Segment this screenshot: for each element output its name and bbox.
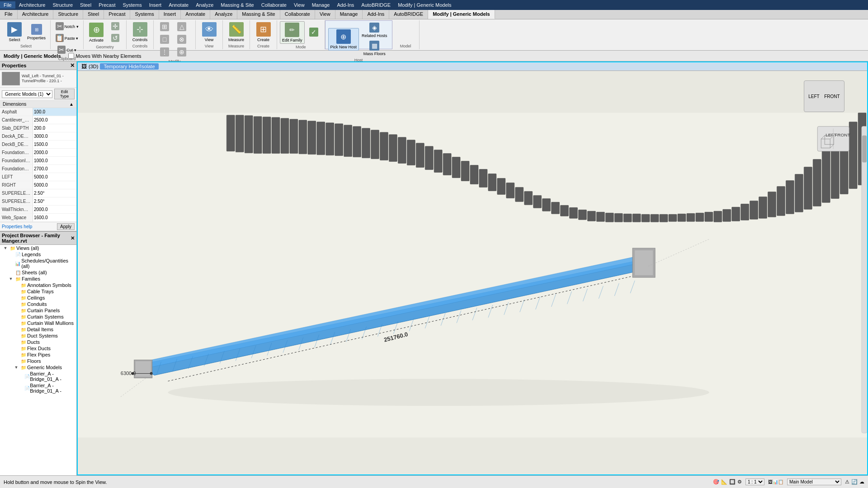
- pick-new-host-btn[interactable]: ⊕ Pick New Host: [328, 28, 359, 51]
- paste-button[interactable]: 📋 Paste ▾: [53, 33, 80, 44]
- prop-value-9[interactable]: [33, 181, 77, 189]
- finish-edit-btn[interactable]: ✓: [306, 27, 322, 38]
- instance-select[interactable]: Generic Models (1): [2, 90, 52, 98]
- modify-btn4[interactable]: ⊗: [174, 34, 190, 46]
- tree-item-19[interactable]: 📄Barrier_A - Bridge_01_A -: [0, 371, 76, 382]
- menu-view[interactable]: View: [290, 1, 308, 9]
- menu-steel[interactable]: Steel: [76, 1, 95, 9]
- tree-item-16[interactable]: 📁Flex Pipes: [0, 352, 76, 358]
- tab-file[interactable]: File: [0, 10, 18, 19]
- tree-item-10[interactable]: 📁Curtain Systems: [0, 314, 76, 320]
- prop-value-4[interactable]: [33, 141, 77, 148]
- tree-item-13[interactable]: 📁Duct Systems: [0, 333, 76, 339]
- menu-precast[interactable]: Precast: [95, 1, 119, 9]
- tree-item-20[interactable]: 📄Barrier_A - Bridge_01_A -: [0, 382, 76, 394]
- tab-massing[interactable]: Massing & Site: [237, 10, 280, 19]
- viewcube-overlay[interactable]: LEFT FRONT: [804, 80, 844, 112]
- geometry-btn2[interactable]: ↺: [107, 33, 123, 44]
- measure-btn[interactable]: 📏Measure: [226, 21, 246, 43]
- menu-annotate[interactable]: Annotate: [165, 1, 192, 9]
- tree-item-12[interactable]: 📁Detail Items: [0, 326, 76, 333]
- tab-architecture[interactable]: Architecture: [18, 10, 54, 19]
- prop-value-1[interactable]: [33, 116, 77, 124]
- viewport[interactable]: 🖼 (3D) Temporary Hide/Isolate: [77, 61, 868, 475]
- tab-insert[interactable]: Insert: [159, 10, 181, 19]
- prop-value-11[interactable]: [33, 197, 77, 205]
- tree-item-3[interactable]: 📋Sheets (all): [0, 269, 76, 276]
- menu-collaborate[interactable]: Collaborate: [258, 1, 290, 9]
- warning-icon[interactable]: ⚠: [845, 479, 849, 485]
- tree-item-17[interactable]: 📁Floors: [0, 358, 76, 364]
- notch-button[interactable]: ✂ Notch ▾: [53, 21, 80, 32]
- tab-modify-generic[interactable]: Modify | Generic Models: [428, 10, 495, 19]
- tab-steel[interactable]: Steel: [83, 10, 104, 19]
- select-button[interactable]: ▶ Select: [5, 21, 24, 43]
- tree-item-0[interactable]: ▼📁Views (all): [0, 245, 76, 251]
- status-icon2[interactable]: 📐: [721, 479, 727, 485]
- moves-nearby-label[interactable]: Moves With Nearby Elements: [68, 53, 142, 59]
- menu-modify-generic[interactable]: Modify | Generic Models: [394, 1, 455, 9]
- dimensions-header[interactable]: Dimensions ▲: [0, 101, 76, 108]
- tab-analyze[interactable]: Analyze: [210, 10, 237, 19]
- tab-addins[interactable]: Add-Ins: [363, 10, 389, 19]
- properties-button[interactable]: ⊞ Properties: [25, 23, 47, 41]
- status-icon3[interactable]: 🔲: [729, 479, 736, 485]
- prop-value-8[interactable]: [33, 173, 77, 181]
- tab-structure[interactable]: Structure: [53, 10, 83, 19]
- tree-item-4[interactable]: ▼📁Families: [0, 276, 76, 282]
- prop-value-7[interactable]: [33, 165, 77, 173]
- prop-value-13[interactable]: [33, 214, 77, 221]
- menu-systems[interactable]: Systems: [119, 1, 145, 9]
- menu-manage[interactable]: Manage: [308, 1, 334, 9]
- prop-value-6[interactable]: [33, 157, 77, 164]
- status-icon4[interactable]: ⚙: [737, 479, 742, 485]
- menu-addins[interactable]: Add-Ins: [333, 1, 358, 9]
- mass-floors-btn[interactable]: ▦ Mass Floors: [360, 40, 389, 57]
- modify-btn2[interactable]: △: [174, 21, 190, 33]
- tree-item-6[interactable]: 📁Cable Trays: [0, 288, 76, 295]
- menu-massing[interactable]: Massing & Site: [217, 1, 257, 9]
- temp-hide-button[interactable]: Temporary Hide/Isolate: [100, 63, 158, 70]
- tree-item-8[interactable]: 📁Conduits: [0, 301, 76, 307]
- tab-annotate[interactable]: Annotate: [181, 10, 210, 19]
- sync-icon[interactable]: 🔄: [851, 479, 858, 485]
- create-btn[interactable]: ⊞Create: [254, 21, 274, 43]
- tab-autobridge[interactable]: AutoBRIDGE: [389, 10, 428, 19]
- tree-item-11[interactable]: 📁Curtain Wall Mullions: [0, 320, 76, 326]
- tab-manage[interactable]: Manage: [335, 10, 363, 19]
- prop-value-3[interactable]: [33, 132, 77, 140]
- modify-btn5[interactable]: ⋮: [156, 47, 173, 58]
- menu-analyze[interactable]: Analyze: [192, 1, 217, 9]
- moves-nearby-checkbox[interactable]: [68, 53, 74, 59]
- related-hosts-btn[interactable]: ◈ Related Hosts: [360, 22, 389, 39]
- edit-type-button[interactable]: Edit Type: [54, 89, 75, 99]
- edit-family-btn[interactable]: ✏ Edit Family: [280, 21, 305, 44]
- tree-item-9[interactable]: 📁Curtain Panels: [0, 307, 76, 314]
- geometry-btn1[interactable]: ✛: [107, 21, 123, 32]
- tab-view[interactable]: View: [315, 10, 335, 19]
- model-selector[interactable]: Main Model: [787, 479, 841, 485]
- tab-collaborate[interactable]: Collaborate: [280, 10, 315, 19]
- controls-btn[interactable]: ⊹ Controls: [130, 21, 150, 43]
- menu-architecture[interactable]: Architecture: [15, 1, 49, 9]
- prop-value-10[interactable]: [33, 189, 77, 197]
- prop-value-0[interactable]: [33, 108, 77, 116]
- scale-selector[interactable]: 1 : 1: [745, 479, 764, 485]
- tree-item-18[interactable]: ▼📁Generic Models: [0, 364, 76, 371]
- prop-value-5[interactable]: [33, 149, 77, 156]
- modify-btn1[interactable]: ⊞: [156, 21, 173, 33]
- apply-button[interactable]: Apply: [57, 223, 75, 230]
- tab-precast[interactable]: Precast: [104, 10, 130, 19]
- tree-item-1[interactable]: 📄Legends: [0, 251, 76, 258]
- menu-autobridge[interactable]: AutoBRIDGE: [358, 1, 394, 9]
- view-btn[interactable]: 👁View: [199, 21, 219, 43]
- prop-value-12[interactable]: [33, 206, 77, 213]
- menu-insert[interactable]: Insert: [146, 1, 165, 9]
- status-icon1[interactable]: 🎯: [713, 479, 719, 485]
- menu-structure[interactable]: Structure: [49, 1, 76, 9]
- activate-button[interactable]: ⊕ Activate: [86, 22, 106, 43]
- modify-btn6[interactable]: ⊕: [174, 47, 190, 58]
- cloud-icon[interactable]: ☁: [859, 479, 864, 485]
- prop-value-2[interactable]: [33, 124, 77, 132]
- project-browser-close-btn[interactable]: ✕: [71, 235, 75, 241]
